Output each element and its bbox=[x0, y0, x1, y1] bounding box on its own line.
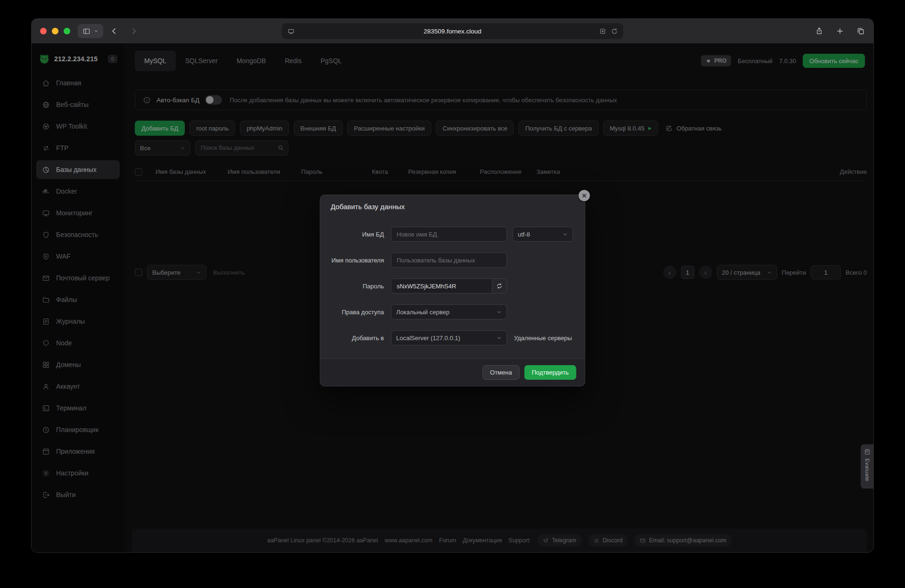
remote-servers-link[interactable]: Удаленные серверы bbox=[514, 335, 572, 342]
browser-toolbar: 283509.fornex.cloud bbox=[32, 19, 873, 43]
browser-actions bbox=[815, 27, 865, 35]
share-icon[interactable] bbox=[815, 27, 823, 35]
target-server-select[interactable]: LocalServer (127.0.0.1) bbox=[391, 330, 507, 345]
url-bar-actions bbox=[599, 28, 618, 35]
evaluate-label: Evaluate bbox=[864, 458, 870, 482]
browser-window: 283509.fornex.cloud bbox=[32, 19, 873, 552]
modal-footer: Отмена Подтвердить bbox=[321, 359, 585, 386]
evaluate-icon bbox=[864, 449, 871, 455]
regenerate-password-button[interactable] bbox=[492, 278, 507, 294]
page-icon bbox=[288, 28, 295, 35]
cancel-button[interactable]: Отмена bbox=[483, 365, 520, 380]
back-icon[interactable] bbox=[110, 27, 118, 35]
screen: 283509.fornex.cloud bbox=[0, 0, 905, 588]
access-row: Права доступа Локальный сервер bbox=[321, 304, 585, 319]
evaluate-tab[interactable]: Evaluate bbox=[861, 444, 873, 489]
refresh-icon bbox=[496, 283, 503, 289]
chevron-down-icon bbox=[497, 310, 502, 315]
access-label: Права доступа bbox=[321, 309, 391, 316]
forward-icon[interactable] bbox=[130, 27, 138, 35]
close-icon[interactable]: ✕ bbox=[579, 190, 590, 201]
username-row: Имя пользователя bbox=[321, 253, 585, 268]
browser-sidebar-icon bbox=[82, 27, 90, 35]
db-username-input[interactable] bbox=[391, 253, 507, 268]
extension-icon[interactable] bbox=[599, 28, 606, 35]
reload-icon[interactable] bbox=[611, 28, 618, 35]
db-name-label: Имя БД bbox=[321, 231, 391, 238]
address-bar[interactable]: 283509.fornex.cloud bbox=[282, 23, 623, 39]
db-name-row: Имя БД utf-8 bbox=[321, 227, 585, 242]
password-group bbox=[391, 278, 507, 294]
modal-body: Имя БД utf-8 Имя пользователя Пароль bbox=[321, 217, 585, 359]
db-name-input[interactable] bbox=[391, 227, 507, 242]
zoom-window-button[interactable] bbox=[64, 28, 70, 34]
chevron-down-icon bbox=[563, 232, 568, 237]
confirm-button[interactable]: Подтвердить bbox=[524, 365, 576, 380]
charset-value: utf-8 bbox=[518, 231, 530, 238]
access-select[interactable]: Локальный сервер bbox=[391, 304, 507, 319]
history-nav bbox=[110, 27, 138, 35]
chevron-down-icon bbox=[94, 29, 99, 33]
modal-title: Добавить базу данных bbox=[321, 195, 585, 217]
target-server-label: Добавить в bbox=[321, 335, 391, 342]
chevron-down-icon bbox=[497, 335, 502, 341]
close-window-button[interactable] bbox=[40, 28, 47, 34]
aapanel-app: 212.2.234.215 0 Главная Веб-сайты WP Too… bbox=[32, 43, 873, 552]
url-text: 283509.fornex.cloud bbox=[424, 28, 481, 35]
add-database-modal: ✕ Добавить базу данных Имя БД utf-8 Имя … bbox=[320, 195, 585, 386]
target-server-row: Добавить в LocalServer (127.0.0.1) Удале… bbox=[321, 330, 585, 345]
password-label: Пароль bbox=[321, 283, 391, 290]
traffic-lights bbox=[40, 28, 70, 34]
sidebar-toggle-group[interactable] bbox=[78, 24, 103, 38]
minimize-window-button[interactable] bbox=[52, 28, 58, 34]
target-server-value: LocalServer (127.0.0.1) bbox=[396, 335, 461, 342]
password-row: Пароль bbox=[321, 278, 585, 294]
charset-select[interactable]: utf-8 bbox=[513, 227, 573, 242]
new-tab-icon[interactable] bbox=[836, 27, 844, 35]
db-password-input[interactable] bbox=[391, 278, 492, 294]
username-label: Имя пользователя bbox=[321, 257, 391, 264]
access-value: Локальный сервер bbox=[396, 309, 450, 316]
tab-overview-icon[interactable] bbox=[856, 27, 865, 35]
